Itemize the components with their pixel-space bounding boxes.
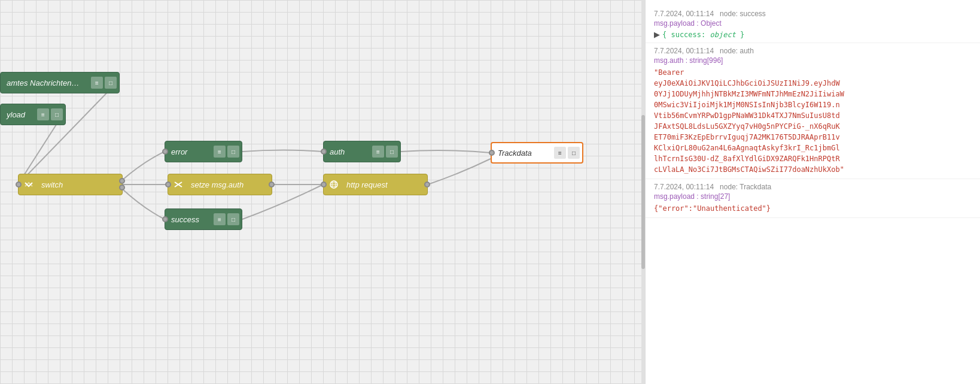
node-setze-label: setze msg.auth: [185, 180, 272, 189]
node-gesamtes-ports: ≡ □: [89, 77, 119, 89]
node-switch-label: switch: [35, 180, 122, 189]
node-payload-expand[interactable]: □: [51, 108, 63, 120]
node-gesamtes[interactable]: amtes Nachrichtenobjekt ≡ □: [0, 72, 120, 93]
debug-entry-2-timestamp: 7.7.2024, 00:11:14 node: auth: [654, 47, 972, 55]
node-setze-input-port: [165, 182, 171, 188]
debug-entry-1-timestamp: 7.7.2024, 00:11:14 node: success: [654, 10, 972, 18]
debug-entry-1-value: { success: object }: [662, 31, 744, 39]
node-gesamtes-menu[interactable]: ≡: [91, 77, 103, 89]
node-switch-input-port: [16, 182, 22, 188]
canvas-scrollbar[interactable]: [641, 0, 645, 384]
debug-entry-2-msgtype: msg.auth : string[996]: [654, 56, 972, 65]
node-httprequest-output-port: [424, 182, 430, 188]
debug-entry-2: 7.7.2024, 00:11:14 node: auth msg.auth :…: [646, 43, 980, 179]
node-gesamtes-label: amtes Nachrichtenobjekt: [1, 78, 89, 87]
node-switch-output-port-2: [119, 185, 125, 191]
debug-entry-3: 7.7.2024, 00:11:14 node: Trackdata msg.p…: [646, 179, 980, 218]
node-payload-ports: ≡ □: [35, 108, 65, 120]
debug-panel: 7.7.2024, 00:11:14 node: success msg.pay…: [645, 0, 980, 384]
node-setze[interactable]: setze msg.auth: [168, 174, 272, 195]
node-httprequest-label: http request: [340, 180, 427, 189]
node-payload-menu[interactable]: ≡: [37, 108, 49, 120]
node-error-menu[interactable]: ≡: [214, 146, 226, 158]
node-trackdata-expand[interactable]: □: [568, 147, 580, 159]
node-success-input-port: [162, 216, 168, 222]
node-payload[interactable]: yload ≡ □: [0, 104, 66, 125]
debug-entry-3-value: {"error":"Unauthenticated"}: [654, 203, 972, 214]
node-trackdata-menu[interactable]: ≡: [554, 147, 566, 159]
node-switch-output-port-1: [119, 178, 125, 184]
debug-entry-1: 7.7.2024, 00:11:14 node: success msg.pay…: [646, 6, 980, 43]
expand-arrow-1[interactable]: ▶: [654, 30, 660, 39]
node-gesamtes-expand[interactable]: □: [105, 77, 117, 89]
node-error-ports: ≡ □: [211, 146, 242, 158]
node-success-expand[interactable]: □: [227, 213, 239, 225]
globe-icon: [327, 178, 340, 191]
switch-icon: [22, 178, 35, 191]
node-trackdata-label: Trackdata: [492, 149, 552, 158]
node-success-label: success: [165, 215, 211, 224]
debug-entry-1-value-row: ▶ { success: object }: [654, 30, 972, 39]
node-error-input-port: [162, 149, 168, 155]
node-success-menu[interactable]: ≡: [214, 213, 226, 225]
node-trackdata-input-port: [489, 150, 495, 156]
node-auth-ports: ≡ □: [370, 146, 400, 158]
debug-entry-3-timestamp: 7.7.2024, 00:11:14 node: Trackdata: [654, 183, 972, 191]
node-success[interactable]: success ≡ □: [165, 208, 242, 230]
node-error-expand[interactable]: □: [227, 146, 239, 158]
svg-line-0: [18, 83, 117, 185]
node-auth-label: auth: [324, 147, 370, 156]
node-httprequest-input-port: [321, 182, 327, 188]
node-auth-menu[interactable]: ≡: [372, 146, 384, 158]
node-httprequest[interactable]: http request: [323, 174, 428, 195]
node-success-ports: ≡ □: [211, 213, 242, 225]
node-payload-label: yload: [1, 110, 35, 119]
node-error-label: error: [165, 147, 211, 156]
node-canvas[interactable]: amtes Nachrichtenobjekt ≡ □ yload ≡ □ er…: [0, 0, 645, 384]
node-auth-input-port: [321, 149, 327, 155]
debug-entry-3-msgtype: msg.payload : string[27]: [654, 192, 972, 201]
node-setze-output-port: [269, 182, 275, 188]
node-error[interactable]: error ≡ □: [165, 141, 242, 162]
node-trackdata[interactable]: Trackdata ≡ □: [491, 142, 583, 164]
canvas-scrollbar-thumb[interactable]: [641, 115, 645, 268]
node-auth[interactable]: auth ≡ □: [323, 141, 401, 162]
debug-entry-1-msgtype: msg.payload : Object: [654, 19, 972, 28]
node-trackdata-ports: ≡ □: [552, 147, 582, 159]
node-switch[interactable]: switch: [18, 174, 123, 195]
shuffle-icon: [172, 178, 185, 191]
node-auth-expand[interactable]: □: [386, 146, 398, 158]
debug-entry-2-value: "Bearer eyJ0eXAiOiJKV1QiLCJhbGciOiJSUzI1…: [654, 67, 972, 175]
